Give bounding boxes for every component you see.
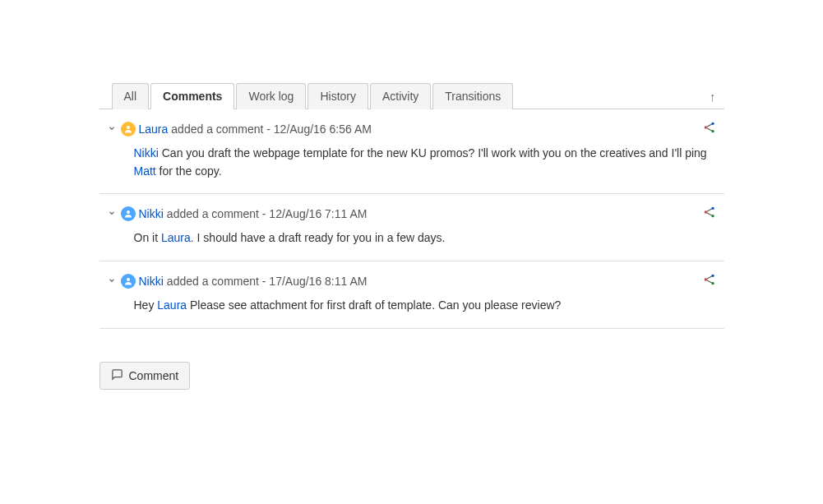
comment-author[interactable]: Nikki <box>139 275 164 288</box>
comments-list: Laura added a comment - 12/Aug/16 6:56 A… <box>99 109 724 329</box>
comment-item: Nikki added a comment - 17/Aug/16 8:11 A… <box>99 261 724 328</box>
share-icon[interactable] <box>703 206 716 221</box>
share-icon[interactable] <box>703 121 716 136</box>
tabs: AllCommentsWork logHistoryActivityTransi… <box>112 82 516 109</box>
tab-history[interactable]: History <box>307 83 368 109</box>
tab-activity[interactable]: Activity <box>370 83 431 109</box>
tab-all[interactable]: All <box>112 83 150 109</box>
comment-button-wrap: Comment <box>99 329 724 390</box>
user-mention[interactable]: Matt <box>134 164 156 178</box>
tab-comments[interactable]: Comments <box>150 83 234 109</box>
avatar[interactable] <box>121 206 136 221</box>
comment-author[interactable]: Nikki <box>139 207 164 220</box>
comment-author[interactable]: Laura <box>139 123 169 136</box>
share-icon[interactable] <box>703 273 716 289</box>
avatar[interactable] <box>121 274 136 289</box>
user-mention[interactable]: Laura <box>161 231 191 244</box>
svg-line-11 <box>706 213 711 215</box>
comment-item: Nikki added a comment - 12/Aug/16 7:11 A… <box>99 193 724 261</box>
chevron-down-icon[interactable] <box>108 124 121 134</box>
tab-transitions[interactable]: Transitions <box>432 83 513 109</box>
user-mention[interactable]: Nikki <box>134 146 159 160</box>
comment-header: Laura added a comment - 12/Aug/16 6:56 A… <box>108 121 716 136</box>
comment-meta: added a comment - 17/Aug/16 8:11 AM <box>167 275 368 288</box>
comment-item: Laura added a comment - 12/Aug/16 6:56 A… <box>99 109 724 193</box>
chevron-down-icon[interactable] <box>108 209 121 219</box>
comment-header: Nikki added a comment - 17/Aug/16 8:11 A… <box>108 273 716 289</box>
add-comment-label: Comment <box>129 369 179 382</box>
sort-ascending-icon[interactable]: ↑ <box>706 86 724 109</box>
svg-point-0 <box>127 126 130 129</box>
svg-point-6 <box>127 210 130 214</box>
comment-body: Hey Laura Please see attachment for firs… <box>108 289 716 315</box>
user-mention[interactable]: Laura <box>157 298 187 312</box>
svg-line-16 <box>706 276 711 279</box>
svg-line-4 <box>706 124 711 127</box>
svg-line-10 <box>706 209 711 211</box>
svg-line-5 <box>706 128 711 131</box>
tabs-row: AllCommentsWork logHistoryActivityTransi… <box>99 82 724 109</box>
comment-meta: added a comment - 12/Aug/16 7:11 AM <box>167 207 368 220</box>
comments-panel: AllCommentsWork logHistoryActivityTransi… <box>99 0 724 390</box>
svg-line-17 <box>706 280 711 283</box>
add-comment-button[interactable]: Comment <box>99 362 191 390</box>
comment-icon <box>111 368 123 383</box>
comment-meta: added a comment - 12/Aug/16 6:56 AM <box>171 123 372 136</box>
comment-body: On it Laura. I should have a draft ready… <box>108 221 716 247</box>
comment-header: Nikki added a comment - 12/Aug/16 7:11 A… <box>108 206 716 221</box>
comment-body: Nikki Can you draft the webpage template… <box>108 136 716 180</box>
chevron-down-icon[interactable] <box>108 276 121 286</box>
svg-point-12 <box>127 278 130 281</box>
tab-work-log[interactable]: Work log <box>236 83 306 109</box>
avatar[interactable] <box>121 122 136 136</box>
